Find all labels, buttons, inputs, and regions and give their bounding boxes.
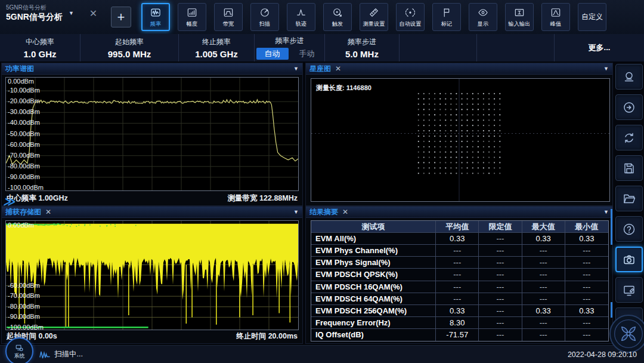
results-column-header: 测试项 — [311, 221, 436, 233]
bars-icon — [186, 7, 198, 19]
sidebar-button-display-settings[interactable] — [615, 277, 643, 303]
table-row[interactable]: EVM PDSCH 64QAM(%)------------ — [311, 293, 608, 305]
table-row[interactable]: Frequency Error(Hz)8.30--------- — [311, 317, 608, 329]
param-label: 起始频率 — [115, 37, 144, 47]
measure-length-label: 测量长度: 1146880 — [316, 84, 371, 93]
result-value: 0.33 — [436, 305, 479, 317]
scrollbar-thumb[interactable] — [611, 209, 612, 245]
clock-readout: 2022-04-28 09:20:10 — [568, 350, 637, 359]
measurement-tab[interactable]: 5GNR信号分析 5GNR信号分析 ▼ ✕ — [6, 4, 97, 22]
sidebar-button-continue[interactable] — [615, 94, 643, 120]
scrollbar-thumb[interactable] — [611, 302, 612, 318]
more-button[interactable]: 更多... — [555, 34, 644, 61]
table-row[interactable]: EVM Phys Signal(%)------------ — [311, 257, 608, 269]
result-item-name: EVM PDSCH 16QAM(%) — [311, 281, 436, 293]
sidebar-button-preset[interactable] — [615, 64, 643, 90]
sidebar-button-save[interactable] — [615, 155, 643, 181]
toolbar-button-trace[interactable]: 轨迹 — [287, 3, 315, 31]
table-row[interactable]: EVM Phys Channel(%)------------ — [311, 245, 608, 257]
result-value: --- — [436, 257, 479, 269]
y-axis-label: -90.00dBm — [8, 313, 40, 320]
param-value: 5.0 MHz — [345, 49, 379, 59]
close-panel-icon[interactable]: ✕ — [335, 64, 341, 73]
table-row[interactable]: EVM PDSCH 256QAM(%)0.33---0.330.33 — [311, 305, 608, 317]
toolbar-button-input-output[interactable]: 输入输出 — [505, 3, 534, 31]
continue-icon — [622, 100, 636, 115]
spectrum-trace-plot — [6, 78, 298, 190]
add-tab-button[interactable]: + — [111, 7, 131, 27]
toolbar-button-sweep[interactable]: 扫描 — [250, 3, 279, 31]
tab-close-icon[interactable]: ✕ — [89, 8, 97, 19]
y-axis-label: -80.00dBm — [8, 303, 40, 310]
toolbar-button-measure-setup[interactable]: 测量设置 — [360, 3, 388, 31]
close-panel-icon[interactable]: ✕ — [45, 208, 51, 216]
toolbar-button-auto-setup[interactable]: 自动设置 — [396, 3, 425, 31]
result-value: --- — [436, 269, 479, 281]
constellation-panel: 星座图 ✕ ▼ 测量长度: 1146880 — [305, 63, 613, 206]
table-row[interactable]: IQ Offset(dB)-71.57--------- — [311, 329, 608, 341]
power-spectrum-panel: 功率谱图 ▼ 0.00dBm-10.00dBm-20.00dBm-30.00dB… — [1, 63, 303, 206]
sidebar-button-refresh[interactable] — [615, 125, 643, 150]
toolbar-button-trigger[interactable]: 触发 — [323, 3, 352, 31]
toggle-option[interactable]: 手动 — [291, 48, 323, 60]
peak-icon — [550, 7, 562, 19]
param-cell-center-frequency[interactable]: 中心频率1.0 GHz — [0, 34, 80, 61]
open-folder-icon — [622, 192, 636, 206]
result-value: --- — [522, 281, 565, 293]
table-row[interactable]: EVM PDSCH QPSK(%)------------ — [311, 269, 608, 281]
param-cell-stop-frequency[interactable]: 终止频率1.005 GHz — [179, 34, 255, 61]
result-item-name: EVM PDSCH 64QAM(%) — [311, 293, 436, 305]
toggle-option[interactable]: 自动 — [256, 48, 289, 60]
constellation-plot — [311, 79, 609, 201]
y-axis-label: -60.00dBm — [8, 141, 40, 148]
function-toolbar: 频率幅度带宽扫描轨迹触发测量设置自动设置标记显示输入输出峰值自定义 — [141, 3, 606, 31]
close-panel-icon[interactable]: ✕ — [342, 208, 348, 216]
result-value: --- — [522, 245, 565, 257]
more-button-label: 更多... — [589, 42, 611, 53]
results-summary-title: 结果摘要 — [309, 207, 338, 217]
result-value: --- — [436, 281, 479, 293]
measure-bandwidth-readout: 测量带宽 122.88MHz — [228, 193, 298, 204]
collapse-panel-icon[interactable]: ▼ — [293, 66, 299, 72]
sidebar-button-camera[interactable] — [615, 247, 643, 272]
toolbar-button-frequency[interactable]: 频率 — [141, 3, 170, 31]
table-row[interactable]: EVM All(%)0.33---0.330.33 — [311, 233, 608, 245]
system-button[interactable]: 系统 — [5, 337, 33, 363]
toolbar-button-label: 幅度 — [187, 20, 197, 27]
toolbar-button-marker[interactable]: 标记 — [432, 3, 461, 31]
param-cell-start-frequency[interactable]: 起始频率995.0 MHz — [80, 34, 179, 61]
y-axis-label: 0.00dBm — [8, 78, 34, 85]
toolbar-button-display[interactable]: 显示 — [469, 3, 497, 31]
nav-wheel-button[interactable] — [609, 315, 644, 353]
y-axis-label: -60.00dBm — [8, 282, 40, 289]
collapse-panel-icon[interactable]: ▼ — [603, 66, 609, 72]
result-value: --- — [436, 245, 479, 257]
result-item-name: Frequency Error(Hz) — [311, 317, 436, 329]
toolbar-button-custom[interactable]: 自定义 — [578, 3, 606, 31]
toolbar-button-bandwidth[interactable]: 带宽 — [214, 3, 243, 31]
collapse-panel-icon[interactable]: ▼ — [293, 209, 299, 215]
param-value: 995.0 MHz — [108, 49, 151, 59]
result-item-name: EVM All(%) — [311, 233, 436, 245]
help-icon — [622, 222, 636, 236]
expand-panel-icon[interactable]: ≫ — [3, 195, 13, 208]
toolbar-button-amplitude[interactable]: 幅度 — [178, 3, 206, 31]
preset-icon — [622, 70, 636, 84]
sidebar-button-help[interactable] — [615, 216, 643, 242]
y-axis-label: -100.00dBm — [8, 324, 44, 330]
collapse-panel-icon[interactable]: ▼ — [603, 209, 609, 215]
param-cell-frequency-step-mode[interactable]: 频率步进自动手动 — [255, 34, 325, 61]
result-value: --- — [522, 257, 565, 269]
tab-dropdown-icon[interactable]: ▼ — [69, 10, 74, 16]
toolbar-button-label: 显示 — [478, 20, 488, 27]
tab-title: 5GNR信号分析 — [6, 11, 63, 22]
capture-storage-title: 捕获存储图 — [5, 207, 41, 217]
table-row[interactable]: EVM PDSCH 16QAM(%)------------ — [311, 281, 608, 293]
result-item-name: EVM Phys Channel(%) — [311, 245, 436, 257]
analyzer-screen: 5GNR信号分析 5GNR信号分析 ▼ ✕ + 频率幅度带宽扫描轨迹触发测量设置… — [0, 0, 644, 363]
power-spectrum-header: 功率谱图 ▼ — [2, 63, 302, 75]
toolbar-button-peak[interactable]: 峰值 — [541, 3, 570, 31]
param-cell-frequency-step[interactable]: 频率步进5.0 MHz — [325, 34, 400, 61]
sidebar-button-open-folder[interactable] — [615, 186, 643, 211]
constellation-header: 星座图 ✕ ▼ — [306, 63, 612, 75]
